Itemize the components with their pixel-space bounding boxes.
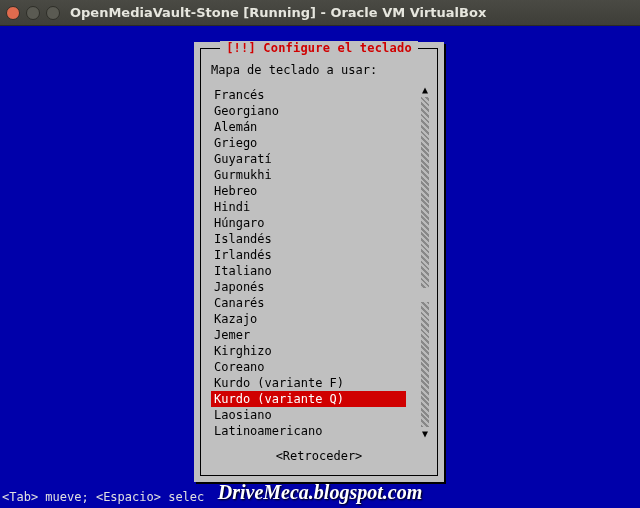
list-item[interactable]: Laosiano <box>211 407 419 423</box>
scroll-down-icon[interactable]: ▼ <box>421 429 429 439</box>
list-item[interactable]: Jemer <box>211 327 419 343</box>
list-item[interactable]: Húngaro <box>211 215 419 231</box>
list-item[interactable]: Georgiano <box>211 103 419 119</box>
list-item[interactable]: Kirghizo <box>211 343 419 359</box>
list-item[interactable]: Hindi <box>211 199 419 215</box>
close-icon[interactable] <box>6 6 20 20</box>
list-item[interactable]: Kurdo (variante F) <box>211 375 419 391</box>
navigation-hint: <Tab> mueve; <Espacio> selec <box>2 490 204 504</box>
keyboard-list[interactable]: EsperantoEstonioEtíopeFinlandésFrancésGe… <box>211 85 419 439</box>
back-button[interactable]: <Retroceder> <box>201 449 437 463</box>
window-titlebar: OpenMediaVault-Stone [Running] - Oracle … <box>0 0 640 26</box>
list-item[interactable]: Italiano <box>211 263 419 279</box>
scrollbar-track[interactable] <box>421 97 429 427</box>
dialog-border: [!!] Configure el teclado Mapa de teclad… <box>200 48 438 476</box>
list-item[interactable]: Alemán <box>211 119 419 135</box>
list-item[interactable]: Kurdo (variante Q) <box>211 391 406 407</box>
window-title: OpenMediaVault-Stone [Running] - Oracle … <box>70 5 486 20</box>
list-item[interactable]: Coreano <box>211 359 419 375</box>
list-item[interactable]: Gurmukhi <box>211 167 419 183</box>
vm-screen: [!!] Configure el teclado Mapa de teclad… <box>0 26 640 508</box>
minimize-icon[interactable] <box>26 6 40 20</box>
maximize-icon[interactable] <box>46 6 60 20</box>
list-item[interactable]: Guyaratí <box>211 151 419 167</box>
dialog-prompt: Mapa de teclado a usar: <box>211 63 377 77</box>
list-item[interactable]: Hebreo <box>211 183 419 199</box>
list-item[interactable]: Latinoamericano <box>211 423 419 439</box>
list-item[interactable]: Japonés <box>211 279 419 295</box>
list-item[interactable]: Francés <box>211 87 419 103</box>
list-item[interactable]: Irlandés <box>211 247 419 263</box>
dialog-title-text: [!!] Configure el teclado <box>220 41 418 55</box>
list-item[interactable]: Canarés <box>211 295 419 311</box>
list-item[interactable]: Griego <box>211 135 419 151</box>
dialog-title: [!!] Configure el teclado <box>201 41 437 55</box>
scroll-up-icon[interactable]: ▲ <box>421 85 429 95</box>
scrollbar[interactable]: ▲ ▼ <box>421 85 429 439</box>
dialog-configure-keyboard: [!!] Configure el teclado Mapa de teclad… <box>194 42 444 482</box>
scrollbar-thumb[interactable] <box>421 288 429 302</box>
list-item[interactable]: Islandés <box>211 231 419 247</box>
list-item[interactable]: Kazajo <box>211 311 419 327</box>
